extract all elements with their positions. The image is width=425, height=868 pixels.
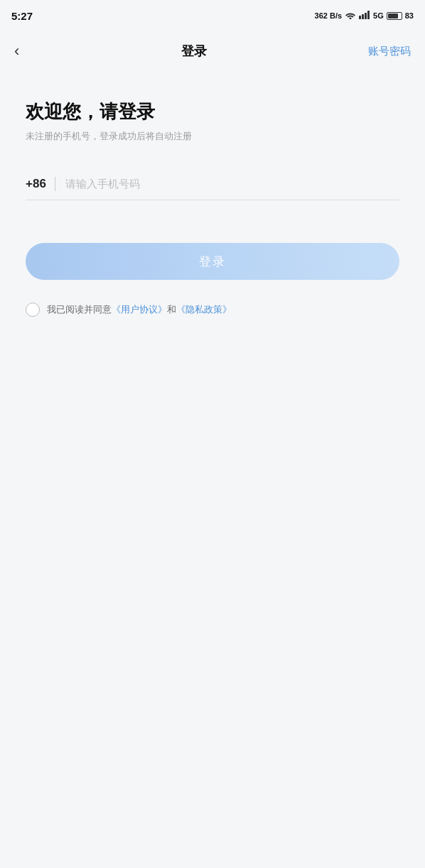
login-button[interactable]: 登录 [26, 243, 399, 280]
agreement-text: 我已阅读并同意《用户协议》和《隐私政策》 [47, 303, 232, 316]
data-type: 5G [373, 11, 384, 20]
welcome-subtitle: 未注册的手机号，登录成功后将自动注册 [26, 130, 399, 143]
back-button[interactable]: ‹ [14, 43, 19, 59]
svg-rect-1 [362, 14, 364, 19]
phone-prefix: +86 [26, 177, 46, 191]
svg-rect-3 [367, 11, 370, 19]
status-time: 5:27 [11, 10, 33, 22]
welcome-title: 欢迎您，请登录 [26, 99, 399, 124]
user-agreement-link[interactable]: 《用户协议》 [112, 304, 167, 315]
phone-input[interactable] [65, 178, 399, 190]
agreement-row: 我已阅读并同意《用户协议》和《隐私政策》 [26, 303, 399, 317]
network-speed: 362 B/s [315, 11, 343, 20]
main-content: 欢迎您，请登录 未注册的手机号，登录成功后将自动注册 +86 登录 我已阅读并同… [0, 71, 425, 868]
svg-rect-0 [359, 16, 361, 19]
cellular-icon [359, 11, 370, 21]
status-bar: 5:27 362 B/s 5G 83 [0, 0, 425, 31]
page-title: 登录 [181, 43, 207, 60]
phone-divider [55, 177, 56, 191]
agreement-prefix: 我已阅读并同意 [47, 304, 112, 315]
wifi-icon [345, 11, 356, 21]
phone-input-row: +86 [26, 177, 399, 200]
status-icons: 362 B/s 5G 83 [315, 11, 414, 21]
battery-icon [387, 12, 402, 20]
svg-rect-2 [365, 13, 367, 19]
privacy-policy-link[interactable]: 《隐私政策》 [176, 304, 232, 315]
battery-percent: 83 [405, 11, 414, 20]
battery-fill [388, 13, 398, 18]
nav-bar: ‹ 登录 账号密码 [0, 31, 425, 71]
agreement-conjunction: 和 [167, 304, 176, 315]
account-password-link[interactable]: 账号密码 [368, 45, 411, 58]
agreement-checkbox[interactable] [26, 303, 40, 317]
